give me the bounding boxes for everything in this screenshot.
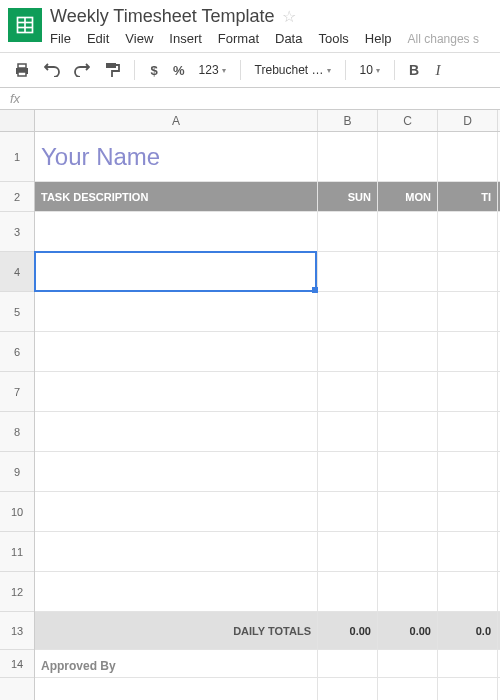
cell-D8[interactable] xyxy=(438,412,498,451)
cell-D2[interactable]: TI xyxy=(438,182,498,211)
cell-D10[interactable] xyxy=(438,492,498,531)
bold-button[interactable]: B xyxy=(403,58,425,82)
cell-B15[interactable] xyxy=(318,678,378,700)
font-family-dropdown[interactable]: Trebuchet …▾ xyxy=(249,59,337,81)
row-header-9[interactable]: 9 xyxy=(0,452,34,492)
cell-D13[interactable]: 0.0 xyxy=(438,612,498,649)
cell-A7[interactable] xyxy=(35,372,318,411)
cell-A5[interactable] xyxy=(35,292,318,331)
cell-D12[interactable] xyxy=(438,572,498,611)
row-header-11[interactable]: 11 xyxy=(0,532,34,572)
cell-B1[interactable] xyxy=(318,132,378,181)
cell-C10[interactable] xyxy=(378,492,438,531)
menu-data[interactable]: Data xyxy=(275,31,302,46)
menu-tools[interactable]: Tools xyxy=(318,31,348,46)
cell-B12[interactable] xyxy=(318,572,378,611)
cell-D3[interactable] xyxy=(438,212,498,251)
cell-A1[interactable]: Your Name xyxy=(35,132,318,181)
cell-C11[interactable] xyxy=(378,532,438,571)
cell-D1[interactable] xyxy=(438,132,498,181)
cell-C3[interactable] xyxy=(378,212,438,251)
cell-B7[interactable] xyxy=(318,372,378,411)
row-header-10[interactable]: 10 xyxy=(0,492,34,532)
menu-file[interactable]: File xyxy=(50,31,71,46)
col-header-C[interactable]: C xyxy=(378,110,438,131)
cell-C8[interactable] xyxy=(378,412,438,451)
cell-C7[interactable] xyxy=(378,372,438,411)
cell-C12[interactable] xyxy=(378,572,438,611)
cell-A3[interactable] xyxy=(35,212,318,251)
cell-A9[interactable] xyxy=(35,452,318,491)
cell-B13[interactable]: 0.00 xyxy=(318,612,378,649)
cell-A11[interactable] xyxy=(35,532,318,571)
print-button[interactable] xyxy=(8,58,36,82)
cell-B10[interactable] xyxy=(318,492,378,531)
redo-button[interactable] xyxy=(68,58,96,82)
menu-edit[interactable]: Edit xyxy=(87,31,109,46)
percent-button[interactable]: % xyxy=(167,58,191,82)
cell-A10[interactable] xyxy=(35,492,318,531)
col-header-A[interactable]: A xyxy=(35,110,318,131)
row-header-2[interactable]: 2 xyxy=(0,182,34,212)
row-header-13[interactable]: 13 xyxy=(0,612,34,650)
font-size-dropdown[interactable]: 10▾ xyxy=(354,59,386,81)
italic-button[interactable]: I xyxy=(427,58,449,82)
number-format-dropdown[interactable]: 123▾ xyxy=(193,59,232,81)
row-header-1[interactable]: 1 xyxy=(0,132,34,182)
paint-format-button[interactable] xyxy=(98,58,126,82)
currency-button[interactable]: $ xyxy=(143,58,165,82)
cell-C15[interactable] xyxy=(378,678,438,700)
cell-D4[interactable] xyxy=(438,252,498,291)
row-header-7[interactable]: 7 xyxy=(0,372,34,412)
cell-A12[interactable] xyxy=(35,572,318,611)
cell-B3[interactable] xyxy=(318,212,378,251)
cell-D5[interactable] xyxy=(438,292,498,331)
star-icon[interactable]: ☆ xyxy=(282,7,296,26)
cell-B5[interactable] xyxy=(318,292,378,331)
menu-format[interactable]: Format xyxy=(218,31,259,46)
cell-B9[interactable] xyxy=(318,452,378,491)
cell-D15[interactable] xyxy=(438,678,498,700)
cell-C9[interactable] xyxy=(378,452,438,491)
cell-C14[interactable] xyxy=(378,650,438,677)
row-header-5[interactable]: 5 xyxy=(0,292,34,332)
cell-C5[interactable] xyxy=(378,292,438,331)
menu-insert[interactable]: Insert xyxy=(169,31,202,46)
select-all-corner[interactable] xyxy=(0,110,35,131)
cell-D6[interactable] xyxy=(438,332,498,371)
cell-B14[interactable] xyxy=(318,650,378,677)
undo-button[interactable] xyxy=(38,58,66,82)
row-header-6[interactable]: 6 xyxy=(0,332,34,372)
cell-B6[interactable] xyxy=(318,332,378,371)
cell-B8[interactable] xyxy=(318,412,378,451)
col-header-D[interactable]: D xyxy=(438,110,498,131)
cell-A4[interactable] xyxy=(35,252,318,291)
cell-D11[interactable] xyxy=(438,532,498,571)
row-header-14[interactable]: 14 xyxy=(0,650,34,678)
row-header-8[interactable]: 8 xyxy=(0,412,34,452)
cell-D9[interactable] xyxy=(438,452,498,491)
cell-A6[interactable] xyxy=(35,332,318,371)
cell-B11[interactable] xyxy=(318,532,378,571)
formula-bar[interactable]: fx xyxy=(0,88,500,110)
row-header-12[interactable]: 12 xyxy=(0,572,34,612)
cell-C4[interactable] xyxy=(378,252,438,291)
menu-view[interactable]: View xyxy=(125,31,153,46)
cell-B4[interactable] xyxy=(318,252,378,291)
doc-title[interactable]: Weekly Timesheet Template xyxy=(50,6,274,27)
cell-A8[interactable] xyxy=(35,412,318,451)
cell-A2[interactable]: TASK DESCRIPTION xyxy=(35,182,318,211)
cell-A14[interactable]: Approved By xyxy=(35,650,318,677)
row-header-4[interactable]: 4 xyxy=(0,252,34,292)
row-header-15[interactable]: 15 xyxy=(0,678,34,700)
cell-C13[interactable]: 0.00 xyxy=(378,612,438,649)
menu-help[interactable]: Help xyxy=(365,31,392,46)
col-header-B[interactable]: B xyxy=(318,110,378,131)
cell-C6[interactable] xyxy=(378,332,438,371)
row-header-3[interactable]: 3 xyxy=(0,212,34,252)
cell-C2[interactable]: MON xyxy=(378,182,438,211)
cell-A13[interactable]: DAILY TOTALS xyxy=(35,612,318,649)
cell-A15[interactable] xyxy=(35,678,318,700)
cell-D14[interactable] xyxy=(438,650,498,677)
cell-C1[interactable] xyxy=(378,132,438,181)
